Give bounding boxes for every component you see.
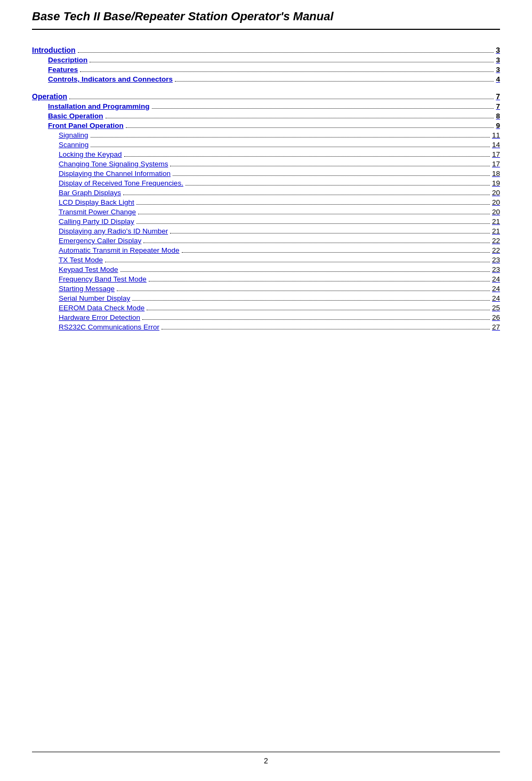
toc-emergency-caller-page: 22 (492, 237, 500, 245)
toc-dots (91, 137, 490, 138)
toc-signaling-label: Signaling (59, 131, 88, 139)
toc-bar-graph-label: Bar Graph Displays (59, 189, 121, 197)
toc-features[interactable]: Features 3 (48, 66, 500, 74)
toc-display-received-tone-label: Display of Received Tone Frequencies. (59, 179, 183, 187)
toc-eerom[interactable]: EEROM Data Check Mode 25 (59, 304, 500, 312)
toc-signaling[interactable]: Signaling 11 (59, 131, 500, 140)
toc-dots (170, 233, 490, 234)
toc-rs232c[interactable]: RS232C Communications Error 27 (59, 323, 500, 332)
toc-displaying-radio-id[interactable]: Displaying any Radio's ID Number 21 (59, 227, 500, 236)
toc-installation-label: Installation and Programming (48, 102, 150, 110)
toc-transmit-power-label: Transmit Power Change (59, 208, 136, 216)
toc-dots (136, 223, 490, 224)
toc-dots (173, 175, 490, 176)
toc-starting-message[interactable]: Starting Message 24 (59, 285, 500, 293)
toc-calling-party[interactable]: Calling Party ID Display 21 (59, 218, 500, 226)
toc-starting-message-page: 24 (492, 285, 500, 293)
toc-front-panel-label: Front Panel Operation (48, 122, 124, 130)
toc-displaying-radio-id-label: Displaying any Radio's ID Number (59, 227, 168, 235)
toc-auto-transmit[interactable]: Automatic Transmit in Repeater Mode 22 (59, 246, 500, 255)
toc-controls[interactable]: Controls, Indicators and Connectors 4 (48, 75, 500, 84)
toc-scanning[interactable]: Scanning 14 (59, 141, 500, 149)
toc-dots (152, 108, 494, 109)
toc-transmit-power[interactable]: Transmit Power Change 20 (59, 208, 500, 216)
toc-dots (136, 204, 490, 205)
toc-dots (182, 252, 490, 253)
toc-basic-operation-label: Basic Operation (48, 112, 103, 120)
page-container: Base Tech II Base/Repeater Station Opera… (0, 0, 532, 781)
toc-installation-page: 7 (496, 102, 500, 110)
toc-dots (175, 81, 494, 82)
toc-lcd-backlight-label: LCD Display Back Light (59, 198, 134, 206)
toc-signaling-page: 11 (492, 131, 500, 139)
toc-locking-keypad-label: Locking the Keypad (59, 150, 122, 158)
toc-basic-operation-page: 8 (496, 112, 500, 120)
toc-lcd-backlight[interactable]: LCD Display Back Light 20 (59, 198, 500, 207)
toc-operation-page: 7 (496, 92, 500, 101)
toc-auto-transmit-page: 22 (492, 246, 500, 254)
toc-rs232c-page: 27 (492, 323, 500, 331)
toc-front-panel[interactable]: Front Panel Operation 9 (48, 122, 500, 130)
toc-changing-tone[interactable]: Changing Tone Signaling Systems 17 (59, 160, 500, 168)
toc-controls-page: 4 (496, 75, 500, 83)
toc-bar-graph-page: 20 (492, 189, 500, 197)
toc-tx-test-label: TX Test Mode (59, 256, 103, 264)
toc-calling-party-label: Calling Party ID Display (59, 218, 134, 226)
toc-dots (105, 262, 490, 262)
toc-scanning-page: 14 (492, 141, 500, 149)
section-gap (32, 85, 500, 92)
toc-starting-message-label: Starting Message (59, 285, 115, 293)
toc-dots (143, 243, 490, 243)
toc-displaying-channel[interactable]: Displaying the Channel Information 18 (59, 170, 500, 178)
toc-serial-number[interactable]: Serial Number Display 24 (59, 294, 500, 303)
toc-tx-test[interactable]: TX Test Mode 23 (59, 256, 500, 264)
toc-eerom-label: EEROM Data Check Mode (59, 304, 144, 312)
toc-locking-keypad[interactable]: Locking the Keypad 17 (59, 150, 500, 159)
document-title: Base Tech II Base/Repeater Station Opera… (32, 0, 500, 30)
table-of-contents: Introduction 3 Description 3 Features 3 … (32, 46, 500, 332)
toc-dots (123, 195, 490, 195)
toc-lcd-backlight-page: 20 (492, 198, 500, 206)
toc-hardware-error-page: 26 (492, 313, 500, 321)
toc-keypad-test[interactable]: Keypad Test Mode 23 (59, 265, 500, 274)
toc-display-received-tone[interactable]: Display of Received Tone Frequencies. 19 (59, 179, 500, 188)
toc-dots (126, 127, 494, 128)
toc-dots (162, 329, 490, 329)
toc-auto-transmit-label: Automatic Transmit in Repeater Mode (59, 246, 180, 254)
toc-tx-test-page: 23 (492, 256, 500, 264)
toc-bar-graph[interactable]: Bar Graph Displays 20 (59, 189, 500, 197)
toc-emergency-caller[interactable]: Emergency Caller Display 22 (59, 237, 500, 245)
toc-dots (69, 99, 494, 99)
toc-dots (186, 185, 490, 186)
toc-keypad-test-page: 23 (492, 265, 500, 273)
toc-operation-label: Operation (32, 92, 67, 101)
toc-introduction-page: 3 (496, 46, 500, 54)
toc-frequency-band[interactable]: Frequency Band Test Mode 24 (59, 275, 500, 284)
toc-rs232c-label: RS232C Communications Error (59, 323, 159, 331)
toc-scanning-label: Scanning (59, 141, 88, 149)
toc-calling-party-page: 21 (492, 218, 500, 226)
toc-serial-number-label: Serial Number Display (59, 294, 130, 302)
toc-dots (132, 300, 490, 301)
toc-dots (170, 166, 490, 166)
toc-basic-operation[interactable]: Basic Operation 8 (48, 112, 500, 120)
toc-dots (117, 291, 490, 291)
footer-page-number: 2 (264, 756, 268, 765)
toc-dots (78, 52, 494, 53)
toc-dots (142, 319, 490, 320)
toc-description[interactable]: Description 3 (48, 56, 500, 65)
toc-features-label: Features (48, 66, 78, 74)
toc-dots (80, 71, 494, 72)
toc-installation[interactable]: Installation and Programming 7 (48, 102, 500, 111)
toc-eerom-page: 25 (492, 304, 500, 312)
toc-controls-label: Controls, Indicators and Connectors (48, 75, 173, 83)
toc-dots (138, 214, 490, 214)
toc-frequency-band-label: Frequency Band Test Mode (59, 275, 147, 283)
toc-displaying-channel-page: 18 (492, 170, 500, 178)
toc-hardware-error[interactable]: Hardware Error Detection 26 (59, 313, 500, 322)
toc-dots (91, 147, 490, 147)
toc-description-label: Description (48, 56, 87, 64)
toc-front-panel-page: 9 (496, 122, 500, 130)
toc-introduction[interactable]: Introduction 3 (32, 46, 500, 55)
toc-operation[interactable]: Operation 7 (32, 92, 500, 101)
